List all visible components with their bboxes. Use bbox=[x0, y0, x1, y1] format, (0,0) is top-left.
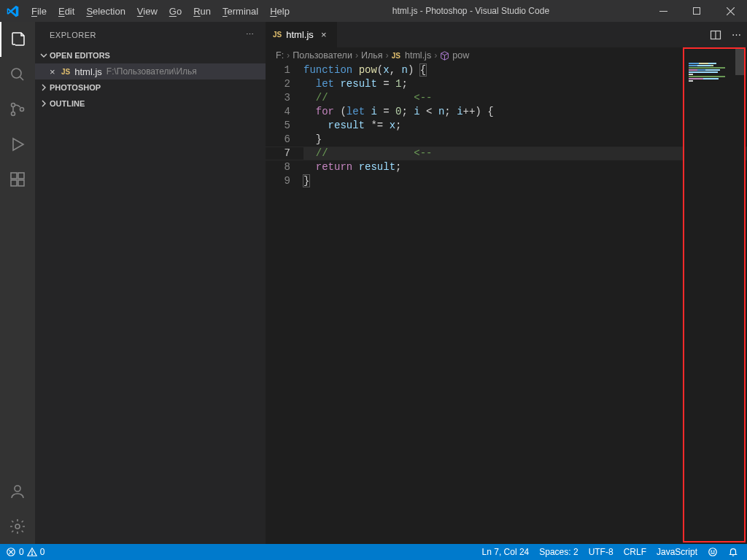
line-number: 5 bbox=[266, 119, 303, 133]
close-editor-icon[interactable]: × bbox=[50, 66, 61, 77]
outline-section[interactable]: OUTLINE bbox=[35, 96, 266, 112]
code-editor[interactable]: 1function pow(x, n) { 2 let result = 1; … bbox=[266, 63, 747, 544]
status-errors-count: 0 bbox=[19, 547, 24, 557]
workspace-section[interactable]: PHOTOSHOP bbox=[35, 79, 266, 96]
open-editors-section[interactable]: OPEN EDITORS bbox=[35, 47, 266, 63]
window-controls bbox=[646, 0, 747, 22]
title-bar: FFileile Edit Selection View Go Run Term… bbox=[0, 0, 747, 22]
menu-selection[interactable]: Selection bbox=[80, 0, 131, 22]
open-editor-filepath: F:\Пользователи\Илья bbox=[107, 66, 197, 77]
status-problems[interactable]: 0 0 bbox=[6, 547, 44, 557]
activity-account-icon[interactable] bbox=[0, 474, 35, 509]
tab-close-icon[interactable]: × bbox=[318, 29, 330, 40]
status-feedback-icon[interactable] bbox=[708, 547, 718, 557]
explorer-header: EXPLORER ⋯ bbox=[35, 22, 266, 47]
minimize-button[interactable] bbox=[646, 0, 680, 22]
minimap-scrollbar[interactable] bbox=[735, 49, 744, 75]
js-file-icon: JS bbox=[273, 31, 282, 39]
svg-rect-8 bbox=[18, 180, 24, 186]
line-number: 8 bbox=[266, 160, 303, 174]
tab-htmljs[interactable]: JS html.js × bbox=[266, 22, 338, 47]
svg-point-3 bbox=[12, 104, 15, 107]
close-button[interactable] bbox=[713, 0, 747, 22]
status-language[interactable]: JavaScript bbox=[657, 547, 697, 557]
chevron-right-icon bbox=[38, 99, 50, 108]
explorer-title: EXPLORER bbox=[50, 31, 246, 39]
menu-bar: FFileile Edit Selection View Go Run Term… bbox=[26, 0, 295, 22]
activity-explorer-icon[interactable] bbox=[0, 22, 35, 57]
activity-search-icon[interactable] bbox=[0, 57, 35, 92]
chevron-down-icon bbox=[38, 51, 50, 60]
js-file-icon: JS bbox=[392, 52, 400, 60]
svg-point-17 bbox=[709, 548, 717, 556]
line-number: 7 bbox=[266, 147, 303, 160]
tab-actions: ⋯ bbox=[710, 22, 747, 47]
status-warnings-count: 0 bbox=[40, 547, 45, 557]
activity-extensions-icon[interactable] bbox=[0, 162, 35, 197]
svg-point-11 bbox=[15, 524, 20, 529]
svg-point-16 bbox=[31, 554, 32, 555]
svg-point-19 bbox=[713, 551, 714, 551]
svg-point-2 bbox=[12, 69, 21, 78]
status-eol[interactable]: CRLF bbox=[624, 547, 646, 557]
open-editors-label: OPEN EDITORS bbox=[50, 51, 110, 60]
line-number: 1 bbox=[266, 63, 303, 77]
breadcrumb-seg[interactable]: Илья bbox=[361, 50, 383, 61]
svg-rect-1 bbox=[693, 7, 700, 14]
svg-point-5 bbox=[20, 108, 24, 112]
breadcrumb-seg[interactable]: F: bbox=[276, 50, 284, 61]
chevron-right-icon: › bbox=[287, 50, 290, 61]
split-editor-icon[interactable] bbox=[710, 29, 721, 41]
breadcrumb-seg[interactable]: html.js bbox=[405, 50, 431, 61]
status-indent[interactable]: Spaces: 2 bbox=[539, 547, 578, 557]
line-number: 2 bbox=[266, 77, 303, 91]
js-file-icon: JS bbox=[61, 68, 70, 76]
activity-bar bbox=[0, 22, 35, 544]
window-title: html.js - Photoshop - Visual Studio Code bbox=[295, 6, 646, 16]
svg-rect-9 bbox=[18, 173, 24, 179]
chevron-right-icon bbox=[38, 83, 50, 92]
chevron-right-icon: › bbox=[355, 50, 358, 61]
breadcrumb: F: › Пользователи › Илья › JS html.js › … bbox=[266, 47, 747, 63]
menu-file[interactable]: FFileile bbox=[26, 0, 53, 22]
editor-more-icon[interactable]: ⋯ bbox=[732, 29, 741, 40]
svg-point-18 bbox=[711, 551, 712, 551]
minimap[interactable] bbox=[683, 47, 746, 542]
symbol-function-icon bbox=[440, 51, 449, 61]
status-bar: 0 0 Ln 7, Col 24 Spaces: 2 UTF-8 CRLF Ja… bbox=[0, 544, 747, 560]
explorer-sidebar: EXPLORER ⋯ OPEN EDITORS × JS html.js F:\… bbox=[35, 22, 266, 544]
status-encoding[interactable]: UTF-8 bbox=[589, 547, 614, 557]
chevron-right-icon: › bbox=[434, 50, 437, 61]
menu-edit[interactable]: Edit bbox=[53, 0, 80, 22]
outline-label: OUTLINE bbox=[50, 99, 85, 108]
line-number: 9 bbox=[266, 174, 303, 188]
menu-help[interactable]: Help bbox=[264, 0, 295, 22]
explorer-more-icon[interactable]: ⋯ bbox=[246, 30, 255, 39]
svg-rect-6 bbox=[11, 173, 17, 179]
menu-go[interactable]: Go bbox=[163, 0, 187, 22]
menu-view[interactable]: View bbox=[131, 0, 163, 22]
activity-scm-icon[interactable] bbox=[0, 92, 35, 127]
workspace-label: PHOTOSHOP bbox=[50, 83, 101, 92]
status-cursor[interactable]: Ln 7, Col 24 bbox=[482, 547, 530, 557]
open-editor-filename: html.js bbox=[74, 66, 102, 77]
menu-terminal[interactable]: Terminal bbox=[217, 0, 264, 22]
chevron-right-icon: › bbox=[386, 50, 389, 61]
tab-label: html.js bbox=[286, 29, 314, 40]
line-number: 4 bbox=[266, 105, 303, 119]
maximize-button[interactable] bbox=[680, 0, 713, 22]
vscode-logo-icon bbox=[0, 5, 26, 18]
activity-settings-icon[interactable] bbox=[0, 509, 35, 544]
svg-point-4 bbox=[12, 112, 15, 116]
menu-run[interactable]: Run bbox=[187, 0, 217, 22]
breadcrumb-symbol[interactable]: pow bbox=[452, 50, 469, 61]
activity-debug-icon[interactable] bbox=[0, 127, 35, 162]
svg-rect-0 bbox=[659, 11, 667, 12]
breadcrumb-seg[interactable]: Пользователи bbox=[293, 50, 352, 61]
svg-point-10 bbox=[15, 486, 20, 491]
line-number: 3 bbox=[266, 91, 303, 105]
editor-tabs: JS html.js × ⋯ bbox=[266, 22, 747, 47]
status-bell-icon[interactable] bbox=[728, 547, 738, 557]
open-editor-item[interactable]: × JS html.js F:\Пользователи\Илья bbox=[35, 63, 266, 79]
line-number: 6 bbox=[266, 133, 303, 147]
